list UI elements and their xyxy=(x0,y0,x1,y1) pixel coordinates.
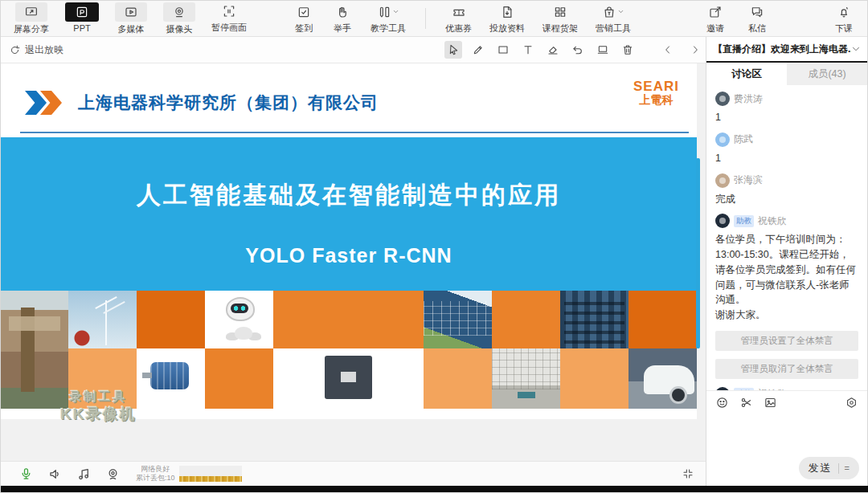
live-class-app: 屏幕分享 PPT 多媒体 摄像头 xyxy=(0,0,868,493)
materials-icon xyxy=(497,3,518,21)
network-quality: 网络良好 xyxy=(141,465,170,473)
tab-discussion[interactable]: 讨论区 xyxy=(706,63,787,85)
panel-tabs: 讨论区 成员(43) xyxy=(706,63,867,85)
exit-slideshow-button[interactable]: 退出放映 xyxy=(9,43,63,57)
collapse-icon xyxy=(682,467,694,480)
marketing-tools-label: 营销工具 xyxy=(596,22,631,35)
top-toolbar: 屏幕分享 PPT 多媒体 摄像头 xyxy=(1,1,867,37)
panel-collapse-button[interactable] xyxy=(851,44,861,54)
header-rule xyxy=(20,132,689,133)
rectangle-icon xyxy=(497,43,510,56)
anechoic-chamber-photo xyxy=(492,348,560,409)
previous-slide-button[interactable] xyxy=(660,42,676,58)
send-button[interactable]: 发送 = xyxy=(799,457,859,479)
undo-tool[interactable] xyxy=(569,41,587,59)
seari-logo-chinese: 上電科 xyxy=(633,94,679,106)
coupon-button[interactable]: 优惠券 xyxy=(445,3,472,35)
image-icon xyxy=(764,396,777,409)
microphone-button[interactable] xyxy=(18,467,34,482)
speaker-button[interactable] xyxy=(47,467,63,482)
materials-label: 投放资料 xyxy=(489,22,525,35)
pause-screen-label: 暂停画面 xyxy=(211,22,247,34)
eraser-tool[interactable] xyxy=(544,41,562,59)
course-shelf-icon xyxy=(550,3,571,21)
orange-tile xyxy=(205,348,273,409)
marketing-tools-button[interactable]: 营销工具 xyxy=(596,3,631,35)
seari-logo-text: SEARI xyxy=(633,79,679,94)
chat-message: 费洪涛1 xyxy=(715,92,858,125)
image-button[interactable] xyxy=(764,396,777,409)
scroll-indicator[interactable] xyxy=(696,158,700,348)
rectangle-tool[interactable] xyxy=(494,41,512,59)
chat-input-toolbar xyxy=(706,390,867,414)
text-icon xyxy=(522,43,534,56)
next-slide-button[interactable] xyxy=(687,42,703,58)
main-stage: 退出放映 xyxy=(1,37,706,492)
ppt-label: PPT xyxy=(73,23,90,33)
private-message-button[interactable]: 私信 xyxy=(747,3,768,35)
ppt-icon xyxy=(65,2,99,22)
raise-hand-button[interactable]: 举手 xyxy=(332,3,353,35)
company-name: 上海电器科学研究所（集团）有限公司 xyxy=(78,92,379,114)
collapse-button[interactable] xyxy=(682,467,694,480)
camera-label: 摄像头 xyxy=(166,23,193,35)
message-text: 1 xyxy=(715,110,858,125)
marketing-tools-icon xyxy=(599,3,628,21)
clear-screen-tool[interactable] xyxy=(594,41,612,59)
multimedia-button[interactable]: 多媒体 xyxy=(115,2,147,35)
live-intro-title: 【直播介绍】欢迎来到上海电器... xyxy=(713,43,851,56)
avatar xyxy=(715,387,730,390)
course-shelf-label: 课程货架 xyxy=(542,22,578,35)
chat-input[interactable] xyxy=(706,414,867,454)
multimedia-icon xyxy=(115,2,147,22)
text-tool[interactable] xyxy=(519,41,537,59)
camera-button[interactable]: 摄像头 xyxy=(163,2,195,35)
screen-share-button[interactable]: 屏幕分享 xyxy=(14,2,49,35)
pencil-tool[interactable] xyxy=(469,41,487,59)
end-class-button[interactable]: 下课 xyxy=(833,3,854,35)
trash-tool[interactable] xyxy=(619,41,637,59)
ppt-button[interactable]: PPT xyxy=(65,2,99,35)
coupon-icon xyxy=(448,3,469,21)
send-label: 发送 xyxy=(809,461,833,475)
seari-logo: SEARI 上電科 xyxy=(633,79,679,106)
gear-icon xyxy=(845,396,858,409)
microphone-icon xyxy=(18,467,34,482)
teaching-tools-label: 教学工具 xyxy=(371,22,406,35)
slide: 上海电器科学研究所（集团）有限公司 SEARI 上電科 人工智能基础及在智能制造… xyxy=(1,63,697,419)
emoji-button[interactable] xyxy=(715,396,729,409)
invite-button[interactable]: 邀请 xyxy=(705,3,726,35)
send-options-button[interactable]: = xyxy=(845,463,850,473)
avatar xyxy=(715,214,730,228)
screenshot-button[interactable] xyxy=(739,396,753,409)
message-text: 完成 xyxy=(715,192,858,207)
recorder-watermark: 录制工具 KK录像机 xyxy=(60,389,136,424)
tab-members[interactable]: 成员(43) xyxy=(787,63,867,85)
chat-settings-button[interactable] xyxy=(845,396,858,409)
media-source-group: 屏幕分享 PPT 多媒体 摄像头 xyxy=(14,2,247,35)
white-car-photo xyxy=(628,348,697,409)
materials-button[interactable]: 投放资料 xyxy=(489,3,525,35)
sign-in-button[interactable]: 签到 xyxy=(293,3,314,35)
scissors-icon xyxy=(739,396,753,409)
pointer-tool[interactable] xyxy=(444,41,462,59)
chat-message-list[interactable]: 费洪涛1陈武1张海滨完成助教祝铁欣各位学员，下午培训时间为：13:00-15:3… xyxy=(706,85,867,390)
webcam-button[interactable] xyxy=(105,467,121,482)
slide-subtitle: YOLO Faster R-CNN xyxy=(1,244,697,267)
music-note-icon xyxy=(76,467,92,482)
teaching-tools-button[interactable]: 教学工具 xyxy=(371,3,406,35)
clear-screen-icon xyxy=(596,43,609,56)
chevron-down-icon xyxy=(851,44,861,54)
robot-photo xyxy=(205,291,273,348)
sign-in-icon xyxy=(293,3,314,21)
watermark-line2: KK录像机 xyxy=(60,405,136,424)
pause-screen-button[interactable]: 暂停画面 xyxy=(211,2,247,35)
music-button[interactable] xyxy=(76,467,92,482)
chat-message: 陈武1 xyxy=(715,132,858,166)
course-shelf-button[interactable]: 课程货架 xyxy=(542,3,578,35)
username: 费洪涛 xyxy=(734,92,763,106)
avatar xyxy=(715,92,730,106)
pointer-icon xyxy=(447,43,460,56)
orange-tile xyxy=(273,291,424,348)
orange-tile xyxy=(560,348,628,409)
